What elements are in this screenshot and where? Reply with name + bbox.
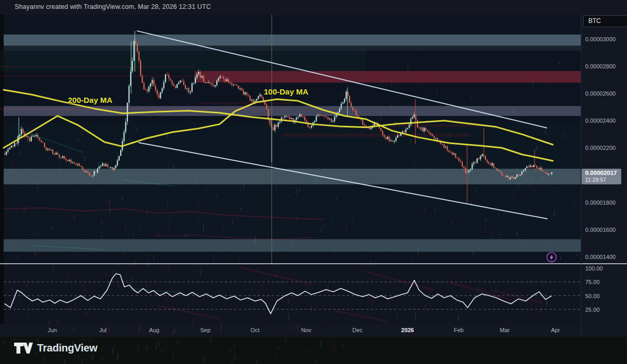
price-axis-label: 0.00003000 [585, 36, 616, 43]
symbol-badge: BTC [583, 15, 627, 27]
tradingview-logo[interactable]: TradingView [14, 342, 97, 354]
tradingview-logo-mark [14, 342, 33, 354]
time-axis-label: Feb [454, 327, 464, 333]
time-axis-label: Nov [301, 327, 311, 333]
price-axis-label: 0.00001800 [585, 199, 616, 206]
price-axis-label: 0.00001600 [585, 226, 616, 233]
boost-button[interactable] [545, 251, 558, 263]
time-axis-label: Apr [551, 327, 560, 333]
ma200-label: 200-Day MA [68, 96, 112, 104]
time-axis-label: Dec [352, 327, 363, 333]
ma100-label: 100-Day MA [264, 87, 308, 96]
rsi-axis-label: 100.00 [585, 265, 603, 272]
time-axis-label: Sep [200, 327, 211, 333]
tradingview-logo-text: TradingView [37, 342, 97, 354]
price-axis-label: 0.00001400 [585, 253, 616, 261]
rsi-axis-label: 75.00 [585, 278, 600, 286]
time-axis-label: Jul [99, 327, 107, 333]
rsi-axis-label: 25.00 [585, 306, 600, 313]
symbol-badge-label: BTC [588, 17, 601, 25]
price-axis-label: 0.00002200 [585, 144, 616, 151]
chart-credit: Shayannv created with TradingView.com, M… [15, 3, 211, 10]
tradingview-chart-page: Shayannv created with TradingView.com, M… [0, 0, 627, 364]
rsi-axis-label: 50.00 [585, 292, 600, 300]
current-price-value: 0.00002017 [585, 169, 621, 177]
price-axis-label: 0.00002400 [585, 117, 616, 124]
time-axis-label: 2026 [401, 327, 414, 333]
time-axis-label: Mar [500, 327, 510, 333]
price-axis-label: 0.00002800 [585, 63, 616, 70]
time-axis-label: Oct [250, 327, 259, 333]
chart-canvas[interactable] [0, 0, 627, 364]
price-axis-label: 0.00002600 [585, 90, 616, 97]
bar-countdown: 11:28:57 [585, 177, 621, 183]
time-axis-label: Jun [48, 327, 57, 333]
current-price-label: 0.00002017 11:28:57 [582, 169, 621, 184]
time-axis-label: Aug [149, 327, 159, 333]
